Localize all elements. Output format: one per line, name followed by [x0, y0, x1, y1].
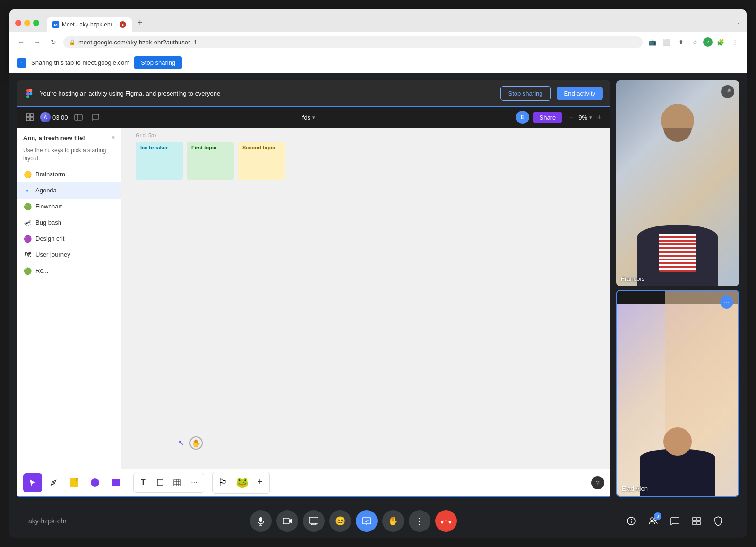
zoom-dropdown-icon[interactable]: ▾	[589, 114, 592, 121]
menu-item-retro[interactable]: 🟢 Re...	[17, 263, 121, 279]
menu-label-agenda: Agenda	[35, 187, 57, 194]
filename-dropdown-icon[interactable]: ▾	[312, 114, 315, 121]
figma-grid-icon[interactable]	[23, 111, 36, 124]
tab-close-button[interactable]: ●	[120, 21, 126, 28]
sticky-ice-breaker[interactable]: Ice breaker	[136, 142, 183, 180]
activities-panel-button[interactable]	[687, 512, 706, 530]
panel-header: Ann, a fresh new file! ×	[17, 131, 121, 146]
menu-item-user-journey[interactable]: 🗺 User journey	[17, 247, 121, 263]
menu-label-design-crit: Design crit	[35, 235, 64, 242]
info-button[interactable]	[622, 512, 641, 530]
stop-sharing-button[interactable]: Stop sharing	[500, 86, 551, 101]
raise-hand-button[interactable]: ✋	[382, 510, 404, 532]
tab-favicon: M	[52, 21, 59, 28]
activity-button[interactable]	[356, 510, 378, 532]
figma-app-toolbar: A 03:00	[17, 107, 610, 128]
maximize-traffic-light[interactable]	[33, 20, 39, 26]
microphone-button[interactable]	[250, 510, 272, 532]
elad-more-button[interactable]: ···	[720, 295, 733, 309]
figma-share-button[interactable]: Share	[533, 112, 563, 123]
back-button[interactable]: ←	[15, 36, 27, 48]
pen-tool-button[interactable]	[44, 473, 63, 492]
svg-rect-12	[157, 480, 163, 486]
svg-text:↑: ↑	[21, 61, 23, 65]
bookmark-icon[interactable]: ☆	[689, 36, 701, 48]
address-bar[interactable]: 🔒 meet.google.com/aky-hzpk-ehr?authuser=…	[63, 36, 643, 48]
add-widget-button[interactable]: +	[252, 474, 267, 489]
more-dots-icon: ⋮	[414, 515, 425, 527]
figma-hosting-banner: You're hosting an activity using Figma, …	[17, 80, 610, 106]
forward-button[interactable]: →	[31, 36, 43, 48]
minimize-traffic-light[interactable]	[24, 20, 30, 26]
frame-tool-button[interactable]	[153, 475, 168, 490]
people-button[interactable]: 3	[644, 512, 662, 530]
menu-item-flowchart[interactable]: 🟢 Flowchart	[17, 199, 121, 215]
menu-item-design-crit[interactable]: 🟣 Design crit	[17, 231, 121, 247]
chat-button[interactable]	[665, 512, 684, 530]
francois-mute-icon: 🎤	[721, 85, 734, 98]
emoji-stamp-button[interactable]: 🏳	[215, 474, 232, 491]
select-tool-button[interactable]	[23, 473, 42, 492]
new-tab-button[interactable]: +	[134, 14, 146, 32]
svg-rect-41	[697, 521, 700, 525]
menu-item-agenda[interactable]: ▪ Agenda	[17, 182, 121, 199]
svg-rect-26	[309, 517, 318, 523]
zoom-out-button[interactable]: −	[566, 112, 576, 122]
browser-stop-sharing-button[interactable]: Stop sharing	[134, 56, 182, 69]
cursor-indicator: ↖ ✋	[178, 436, 203, 450]
menu-label-flowchart: Flowchart	[35, 203, 62, 210]
sticky-first-label: First topic	[191, 145, 229, 150]
end-call-button[interactable]	[435, 510, 457, 532]
shape-circle-button[interactable]	[86, 473, 104, 492]
end-activity-button[interactable]: End activity	[557, 87, 603, 100]
francois-figure	[616, 80, 739, 286]
comment-icon[interactable]	[89, 111, 102, 124]
meeting-code: aky-hzpk-ehr	[28, 517, 85, 525]
share-banner: ↑ Sharing this tab to meet.google.com St…	[9, 52, 747, 73]
square-shape-icon	[112, 479, 120, 486]
refresh-button[interactable]: ↻	[47, 36, 60, 48]
emoji-reaction-button[interactable]: 😊	[329, 510, 351, 532]
figma-left-panel: Ann, a fresh new file! × Use the ↑↓ keys…	[17, 128, 121, 469]
circle-shape-icon	[91, 478, 99, 487]
sticky-first-topic[interactable]: First topic	[187, 142, 234, 180]
google-account-icon[interactable]: ✓	[703, 37, 713, 47]
text-tool-button[interactable]: T	[136, 475, 151, 490]
svg-rect-25	[283, 518, 289, 524]
layout-icon[interactable]	[72, 111, 85, 124]
emoji-tools-group: 🏳 🐸 +	[212, 472, 270, 494]
panel-close-button[interactable]: ×	[111, 133, 115, 142]
svg-rect-38	[693, 517, 696, 521]
svg-point-10	[53, 482, 54, 484]
svg-rect-40	[693, 521, 696, 525]
more-options-button[interactable]: ⋮	[409, 510, 430, 532]
open-tab-icon[interactable]: ⬜	[661, 36, 673, 48]
table-tool-button[interactable]	[170, 475, 185, 490]
cast-icon[interactable]: 📺	[646, 36, 659, 48]
camera-button[interactable]	[276, 510, 298, 532]
elad-video-bg	[617, 304, 738, 496]
svg-rect-5	[30, 114, 33, 117]
shape-square-button[interactable]	[106, 473, 125, 492]
share-icon[interactable]: ⬆	[675, 36, 687, 48]
meet-inner: You're hosting an activity using Figma, …	[9, 73, 747, 504]
text-icon: T	[141, 478, 146, 487]
more-tools-button[interactable]: ···	[187, 475, 202, 490]
menu-item-bug-bash[interactable]: 🦟 Bug bash	[17, 215, 121, 231]
close-traffic-light[interactable]	[15, 20, 21, 26]
sticky-second-topic[interactable]: Second topic	[238, 142, 285, 180]
svg-rect-17	[174, 479, 180, 486]
sticker-button[interactable]: 🐸	[233, 474, 250, 491]
help-button[interactable]: ?	[591, 476, 604, 489]
meet-controls: 😊 ✋ ⋮	[85, 510, 622, 532]
toolbar-separator-2	[208, 476, 208, 490]
extensions-icon[interactable]: 🧩	[714, 36, 727, 48]
sticky-note-tool-button[interactable]	[65, 473, 84, 492]
active-tab[interactable]: M Meet - aky-hzpk-ehr ●	[47, 17, 132, 32]
more-options-icon[interactable]: ⋮	[729, 36, 741, 48]
zoom-in-button[interactable]: +	[594, 112, 604, 122]
present-button[interactable]	[303, 510, 325, 532]
window-controls-icon: ⌄	[736, 19, 741, 26]
safety-button[interactable]	[709, 512, 728, 530]
menu-item-brainstorm[interactable]: 🟡 Brainstorm	[17, 166, 121, 182]
